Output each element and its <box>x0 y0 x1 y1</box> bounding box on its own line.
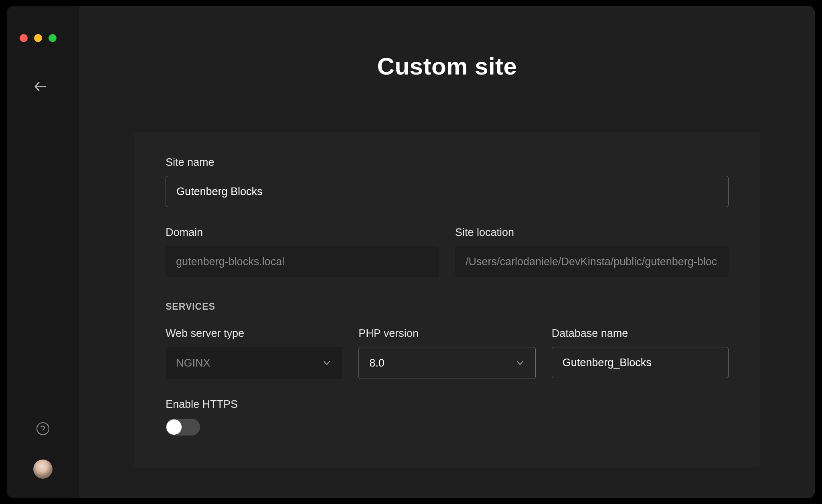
site-name-group: Site name <box>166 156 729 207</box>
enable-https-label: Enable HTTPS <box>166 398 238 410</box>
web-server-select: NGINX <box>166 347 342 379</box>
svg-point-1 <box>37 423 49 435</box>
site-location-input <box>455 246 729 277</box>
enable-https-group: Enable HTTPS <box>166 398 729 435</box>
php-version-select[interactable]: 8.0 <box>358 347 535 379</box>
enable-https-toggle[interactable] <box>166 419 200 435</box>
domain-label: Domain <box>166 226 439 239</box>
database-name-input[interactable] <box>552 347 729 378</box>
php-version-label: PHP version <box>358 327 535 340</box>
web-server-label: Web server type <box>166 327 342 340</box>
close-window-button[interactable] <box>20 34 28 42</box>
php-version-group: PHP version 8.0 <box>358 327 535 379</box>
domain-input <box>166 246 439 277</box>
site-location-group: Site location <box>455 226 729 277</box>
services-heading: SERVICES <box>166 301 729 312</box>
back-button[interactable] <box>34 81 46 93</box>
sidebar <box>7 6 79 498</box>
web-server-group: Web server type NGINX <box>166 327 342 379</box>
sidebar-bottom <box>7 422 79 479</box>
help-button[interactable] <box>36 422 50 435</box>
main-content: Custom site Site name Domain Site locati… <box>79 6 815 498</box>
site-location-label: Site location <box>455 226 729 239</box>
page-title: Custom site <box>377 52 517 80</box>
window-controls <box>20 34 57 42</box>
arrow-left-icon <box>34 81 46 92</box>
form-panel: Site name Domain Site location SERVICES … <box>134 132 760 468</box>
php-version-value: 8.0 <box>369 357 385 369</box>
database-name-label: Database name <box>552 327 729 340</box>
maximize-window-button[interactable] <box>49 34 57 42</box>
svg-point-2 <box>43 432 43 433</box>
site-name-input[interactable] <box>166 176 729 207</box>
app-window: Custom site Site name Domain Site locati… <box>7 6 815 498</box>
site-name-label: Site name <box>166 156 729 169</box>
database-name-group: Database name <box>552 327 729 379</box>
user-avatar[interactable] <box>33 460 53 479</box>
domain-group: Domain <box>166 226 439 277</box>
minimize-window-button[interactable] <box>34 34 42 42</box>
web-server-value: NGINX <box>176 357 211 369</box>
help-circle-icon <box>36 422 50 435</box>
toggle-knob <box>166 419 182 435</box>
